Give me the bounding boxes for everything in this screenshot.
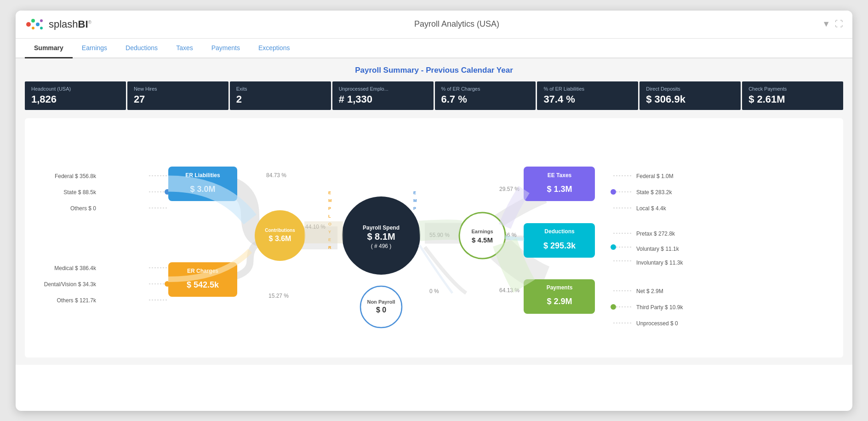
svg-point-0 [26,22,31,27]
sankey-svg: Federal $ 356.8k State $ 88.5k Others $ … [25,118,843,358]
splashbi-logo-icon [25,16,45,33]
pct-er-charges: 15.27 % [268,293,289,299]
label-third-party-payments: Third Party $ 10.9k [636,304,683,311]
svg-point-22 [611,244,616,250]
label-state-ee-taxes: State $ 283.2k [636,189,672,196]
app-window: splashBI® Payroll Analytics (USA) ▼ ⛶ Su… [16,11,852,411]
logo: splashBI® [25,16,91,33]
payroll-spend-label: Payroll Spend [363,225,400,231]
tab-earnings[interactable]: Earnings [73,39,116,58]
non-payroll-label: Non Payroll [367,299,395,305]
kpi-new-hires: New Hires 27 [127,81,228,110]
tab-payments[interactable]: Payments [202,39,249,58]
contributions-label: Contributions [265,228,295,233]
svg-text:R: R [328,245,332,250]
svg-text:L: L [328,214,332,219]
kpi-row: Headcount (USA) 1,826 New Hires 27 Exits… [25,81,843,110]
header-title: Payroll Analytics (USA) [414,19,499,29]
svg-text:P: P [413,206,417,211]
deductions-value: $ 295.3k [543,241,576,250]
kpi-unprocessed: Unprocessed Emplo... # 1,330 [332,81,434,110]
label-state-er-liabilities: State $ 88.5k [63,189,97,196]
main-content: Payroll Summary - Previous Calendar Year… [16,58,852,365]
tab-summary[interactable]: Summary [25,39,73,58]
label-others-er-liabilities: Others $ 0 [70,205,96,212]
expand-icon[interactable]: ⛶ [835,19,843,29]
tab-exceptions[interactable]: Exceptions [249,39,299,58]
kpi-headcount: Headcount (USA) 1,826 [25,81,126,110]
label-federal-er-liabilities: Federal $ 356.8k [55,173,97,179]
label-net-payments: Net $ 2.9M [636,288,663,294]
svg-point-1 [31,19,35,23]
pct-er-liabilities: 84.73 % [266,172,286,179]
label-involuntary-deductions: Involuntary $ 11.3k [636,260,683,266]
label-pretax-deductions: Pretax $ 272.8k [636,231,675,237]
kpi-er-liabilities-pct: % of ER Liabilities 37.4 % [537,81,638,110]
svg-point-4 [40,19,43,22]
svg-point-5 [40,27,43,29]
non-payroll-value: $ 0 [376,306,386,314]
svg-point-2 [36,23,40,26]
tab-deductions[interactable]: Deductions [116,39,167,58]
svg-text:M: M [328,198,333,203]
kpi-er-charges-pct: % of ER Charges 6.7 % [435,81,536,110]
header: splashBI® Payroll Analytics (USA) ▼ ⛶ [16,11,852,39]
filter-icon[interactable]: ▼ [822,19,830,29]
payments-label: Payments [547,284,573,291]
earnings-label: Earnings [471,229,493,234]
ee-taxes-label: EE Taxes [548,172,572,179]
kpi-exits: Exits 2 [230,81,331,110]
label-medical-er-charges: Medical $ 386.4k [54,265,97,271]
label-unprocessed-payments: Unprocessed $ 0 [636,320,678,327]
label-federal-ee-taxes: Federal $ 1.0M [636,173,674,179]
employee-label: E [413,190,417,195]
contributions-value: $ 3.6M [269,235,291,242]
kpi-check-payments: Check Payments $ 2.61M [742,81,843,110]
logo-text: splashBI® [49,18,91,30]
er-charges-value: $ 542.5k [187,280,219,289]
earnings-value: $ 4.5M [472,236,493,244]
svg-text:M: M [413,198,418,203]
payroll-spend-sub: ( # 496 ) [371,243,392,249]
tabs-bar: Summary Earnings Deductions Taxes Paymen… [16,39,852,58]
svg-text:P: P [328,206,332,211]
header-icons: ▼ ⛶ [822,19,843,29]
kpi-direct-deposits: Direct Deposits $ 306.9k [640,81,741,110]
label-dental-er-charges: Dental/Vision $ 34.3k [44,281,97,288]
employer-label: E [328,190,332,195]
svg-point-3 [32,27,34,29]
payroll-spend-value: $ 8.1M [367,231,395,242]
payments-value: $ 2.9M [547,297,572,306]
section-title: Payroll Summary - Previous Calendar Year [25,66,843,75]
svg-point-18 [611,189,616,195]
sankey-diagram: Federal $ 356.8k State $ 88.5k Others $ … [25,118,843,358]
deductions-label: Deductions [544,228,575,235]
label-voluntary-deductions: Voluntary $ 11.1k [636,246,680,252]
svg-point-26 [611,304,616,310]
ee-taxes-value: $ 1.3M [547,185,572,194]
label-others-er-charges: Others $ 121.7k [57,297,97,304]
pct-non-payroll: 0 % [429,288,439,294]
label-local-ee-taxes: Local $ 4.4k [636,205,667,212]
tab-taxes[interactable]: Taxes [167,39,202,58]
